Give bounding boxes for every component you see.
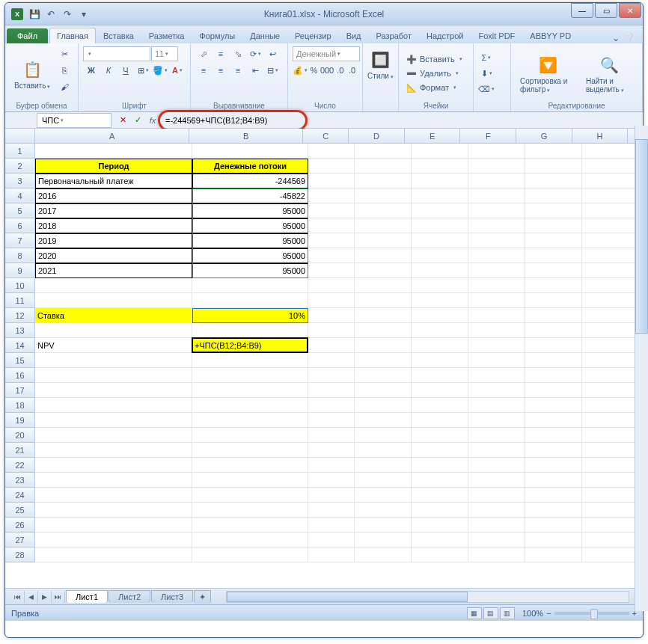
cell[interactable] xyxy=(525,233,582,248)
cell[interactable] xyxy=(412,323,468,338)
page-layout-view-icon[interactable]: ▤ xyxy=(483,607,498,619)
cell[interactable]: +ЧПС(B12;B4:B9) xyxy=(192,338,308,353)
cell[interactable] xyxy=(355,233,412,248)
close-button[interactable]: ✕ xyxy=(619,3,641,18)
cell[interactable] xyxy=(308,308,355,323)
cell[interactable] xyxy=(308,293,355,308)
cell[interactable] xyxy=(468,383,525,398)
row-header[interactable]: 2 xyxy=(5,159,35,174)
cell[interactable] xyxy=(582,488,639,503)
cell[interactable] xyxy=(582,533,639,548)
horizontal-scrollbar[interactable] xyxy=(226,591,629,603)
cell[interactable] xyxy=(308,458,355,473)
cell[interactable] xyxy=(525,278,582,293)
row-header[interactable]: 19 xyxy=(5,413,35,428)
cell[interactable] xyxy=(192,458,308,473)
cell[interactable] xyxy=(468,248,525,263)
italic-icon[interactable]: К xyxy=(100,63,117,78)
accounting-icon[interactable]: 💰 xyxy=(293,63,308,78)
format-painter-icon[interactable]: 🖌 xyxy=(56,79,73,94)
sheet-nav-prev-icon[interactable]: ◀ xyxy=(25,591,38,603)
cell[interactable] xyxy=(308,548,355,562)
cell[interactable] xyxy=(582,293,639,308)
cell[interactable] xyxy=(308,533,355,548)
cell[interactable] xyxy=(412,159,468,174)
cell[interactable] xyxy=(412,548,468,562)
cell[interactable] xyxy=(308,338,355,353)
cell[interactable] xyxy=(192,368,308,383)
cell[interactable] xyxy=(582,518,639,533)
vertical-scrollbar[interactable] xyxy=(635,126,644,611)
cell[interactable] xyxy=(582,308,639,323)
cell[interactable] xyxy=(355,488,412,503)
new-sheet-icon[interactable]: ✦ xyxy=(194,590,211,604)
column-header[interactable]: G xyxy=(516,129,572,144)
border-icon[interactable]: ⊞ xyxy=(135,63,151,78)
cell[interactable] xyxy=(308,278,355,293)
sheet-tab-1[interactable]: Лист1 xyxy=(66,590,108,603)
cell[interactable] xyxy=(525,293,582,308)
row-header[interactable]: 16 xyxy=(5,368,35,383)
cell[interactable] xyxy=(192,473,308,488)
sheet-nav-first-icon[interactable]: ⏮ xyxy=(11,591,25,603)
sheet-tab-3[interactable]: Лист3 xyxy=(151,590,193,603)
row-header[interactable]: 22 xyxy=(5,458,35,473)
align-bottom-icon[interactable]: ⬂ xyxy=(230,46,246,61)
cell[interactable] xyxy=(35,293,192,308)
cell[interactable] xyxy=(525,518,582,533)
cut-icon[interactable]: ✂ xyxy=(56,46,73,61)
row-header[interactable]: 25 xyxy=(5,503,35,518)
redo-icon[interactable]: ↷ xyxy=(61,7,74,21)
cell[interactable] xyxy=(525,383,582,398)
cell[interactable] xyxy=(525,203,582,218)
row-header[interactable]: 4 xyxy=(5,188,35,203)
cell[interactable] xyxy=(412,278,468,293)
file-tab[interactable]: Файл xyxy=(7,28,48,43)
help-icon[interactable]: ❔ xyxy=(624,33,635,43)
minimize-button[interactable]: — xyxy=(571,3,593,18)
zoom-slider[interactable] xyxy=(554,612,629,615)
cell[interactable] xyxy=(582,473,639,488)
tab-formulas[interactable]: Формулы xyxy=(192,28,242,43)
cell[interactable] xyxy=(308,353,355,368)
cell[interactable] xyxy=(525,533,582,548)
cell[interactable] xyxy=(525,144,582,159)
cell[interactable] xyxy=(192,383,308,398)
cell[interactable] xyxy=(468,323,525,338)
row-header[interactable]: 14 xyxy=(5,338,35,353)
cell[interactable] xyxy=(468,533,525,548)
cell[interactable] xyxy=(308,428,355,443)
cell[interactable] xyxy=(308,413,355,428)
cell[interactable]: -45822 xyxy=(192,188,308,203)
number-format-selector[interactable]: Денежный xyxy=(293,46,360,61)
cell[interactable] xyxy=(468,188,525,203)
cell[interactable] xyxy=(308,248,355,263)
cell[interactable]: Денежные потоки xyxy=(192,159,308,174)
column-header[interactable]: E xyxy=(405,129,461,144)
comma-icon[interactable]: 000 xyxy=(320,63,334,78)
cell[interactable] xyxy=(412,353,468,368)
cell[interactable] xyxy=(35,323,192,338)
tab-home[interactable]: Главная xyxy=(49,28,96,43)
cell[interactable] xyxy=(35,533,192,548)
cell[interactable] xyxy=(35,413,192,428)
cell[interactable] xyxy=(468,413,525,428)
cell[interactable] xyxy=(355,428,412,443)
cell[interactable] xyxy=(468,548,525,562)
cell[interactable] xyxy=(35,383,192,398)
cell[interactable] xyxy=(525,308,582,323)
cell[interactable] xyxy=(582,428,639,443)
align-top-icon[interactable]: ⬀ xyxy=(195,46,212,61)
cell[interactable] xyxy=(355,548,412,562)
cell[interactable] xyxy=(468,278,525,293)
cell[interactable] xyxy=(308,188,355,203)
cell[interactable] xyxy=(412,473,468,488)
formula-input[interactable]: =-244569+ЧПС(B12;B4:B9) xyxy=(162,113,643,128)
cell[interactable] xyxy=(35,278,192,293)
cell[interactable] xyxy=(308,323,355,338)
cell[interactable] xyxy=(308,473,355,488)
cell[interactable] xyxy=(355,278,412,293)
bold-icon[interactable]: Ж xyxy=(83,63,100,78)
cell[interactable] xyxy=(192,413,308,428)
copy-icon[interactable]: ⎘ xyxy=(56,63,73,78)
